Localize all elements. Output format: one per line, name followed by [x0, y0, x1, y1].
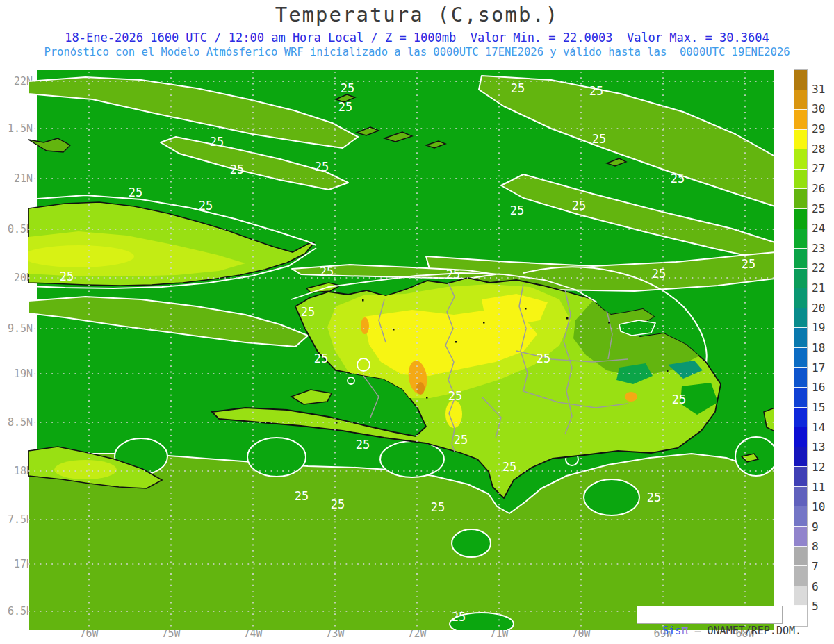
- contour-label-25: 25: [652, 267, 666, 281]
- colorbar-cell: [794, 586, 807, 606]
- colorbar-cell: [794, 328, 807, 348]
- contour-label-25: 25: [331, 497, 345, 511]
- colorbar-cell: [794, 606, 807, 626]
- colorbar-cell: [794, 527, 807, 547]
- contour-label-25: 25: [572, 199, 586, 213]
- contour-label-25: 25: [647, 490, 661, 504]
- colorbar-cell: [794, 566, 807, 586]
- contour-label-25: 25: [210, 135, 224, 149]
- colorbar-cell: [794, 348, 807, 368]
- colorbar-cell: [794, 249, 807, 269]
- contour-label-25: 25: [341, 81, 354, 95]
- contour-label-25: 25: [315, 160, 329, 174]
- jamaica-shading: [54, 460, 117, 479]
- contour-label-25: 25: [742, 257, 755, 271]
- temperature-colorbar: [794, 69, 808, 627]
- contour-label-25: 25: [511, 81, 525, 95]
- contour-label-25: 25: [129, 185, 142, 199]
- colorbar-cell: [794, 229, 807, 249]
- contour-label-25: 25: [301, 305, 315, 319]
- watermark-box: Sisπ – ONAMET/REP.DOM.: [637, 606, 783, 624]
- contour-label-25: 25: [537, 352, 550, 365]
- colorbar-cell: [794, 269, 807, 289]
- weather-map-page: Temperatura (C,somb.) 18-Ene-2026 1600 U…: [0, 0, 834, 644]
- colorbar-cell: [794, 170, 807, 190]
- contour-label-25: 25: [314, 352, 328, 365]
- watermark-brand: Sis: [662, 625, 681, 637]
- contour-label-25: 25: [448, 389, 462, 403]
- contour-label-25: 25: [338, 100, 352, 114]
- valid-time-line: 18-Ene-2026 1600 UTC / 12:00 am Hora Loc…: [0, 31, 834, 44]
- colorbar-cell: [794, 487, 807, 507]
- colorbar-cell: [794, 308, 807, 329]
- colorbar-cell: [794, 408, 807, 428]
- colorbar-cell: [794, 388, 807, 408]
- watermark-suffix: – ONAMET/REP.DOM.: [688, 625, 801, 637]
- colorbar-cell: [794, 288, 807, 308]
- contour-label-25: 25: [502, 460, 516, 474]
- contour-label-25: 25: [454, 433, 468, 447]
- pi-icon: π: [681, 623, 688, 637]
- contour-label-25: 25: [199, 199, 213, 213]
- colorbar-cell: [794, 90, 807, 110]
- contour-label-25: 25: [452, 610, 466, 624]
- contour-label-25: 25: [60, 270, 74, 283]
- contour-label-25: 25: [446, 267, 460, 281]
- colorbar-cell: [794, 547, 807, 567]
- model-info-line: Pronóstico con el Modelo Atmósferico WRF…: [0, 46, 834, 58]
- contour-label-25: 25: [589, 84, 603, 98]
- colorbar-cell: [794, 149, 807, 170]
- colorbar-cell: [794, 447, 807, 468]
- contour-label-25: 25: [320, 265, 334, 279]
- contour-label-25: 25: [671, 172, 685, 185]
- contour-label-25: 25: [230, 163, 244, 176]
- colorbar-cell: [794, 130, 807, 150]
- page-title: Temperatura (C,somb.): [0, 3, 834, 26]
- map-canvas: 2525252525252525252525252525252525252525…: [27, 70, 774, 630]
- colorbar-cell: [794, 427, 807, 447]
- colorbar-cell: [794, 209, 807, 229]
- colorbar-cell: [794, 467, 807, 487]
- contour-label-25: 25: [356, 438, 370, 452]
- colorbar-cell: [794, 189, 807, 209]
- contour-label-25: 25: [431, 500, 445, 514]
- colorbar-cell: [794, 110, 807, 130]
- contour-label-25: 25: [592, 132, 606, 146]
- colorbar-cell: [794, 70, 807, 90]
- colorbar-cell: [794, 368, 807, 388]
- contour-label-25: 25: [510, 204, 524, 217]
- contour-label-25: 25: [295, 489, 309, 503]
- colorbar-cell: [794, 506, 807, 527]
- contour-label-25: 25: [672, 393, 686, 406]
